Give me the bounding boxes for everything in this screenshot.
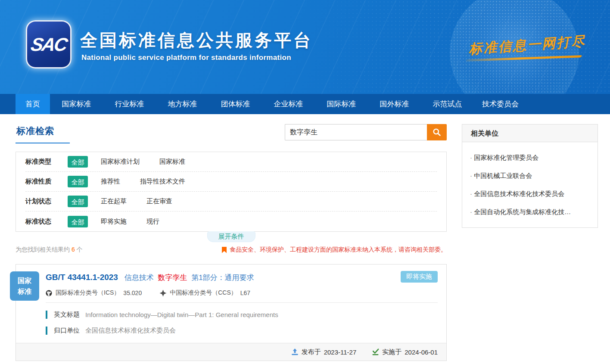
filter-all-button[interactable]: 全部 (68, 196, 88, 207)
results-notice: 食品安全、环境保护、工程建设方面的国家标准未纳入本系统，请咨询相关部委。 (222, 246, 447, 254)
filter-label: 标准类型 (25, 158, 63, 166)
filter-row-standard-status: 标准状态 全部 即将实施 现行 (25, 212, 437, 231)
expand-conditions-button[interactable]: 展开条件 (207, 231, 255, 242)
filter-option[interactable]: 正在起草 (101, 197, 127, 205)
sac-logo[interactable]: SAC (26, 20, 72, 68)
site-title: 全国标准信息公共服务平台 (80, 28, 313, 52)
committee-label: 归口单位 (54, 327, 80, 335)
filter-row-standard-nature: 标准性质 全部 推荐性 指导性技术文件 (25, 172, 437, 192)
site-header: SAC 全国标准信息公共服务平台 National public service… (0, 0, 610, 94)
globe-icon (46, 290, 52, 296)
title-part1: 信息技术 (124, 274, 154, 282)
filter-all-button[interactable]: 全部 (68, 156, 88, 168)
results-summary-suffix: 个 (77, 246, 83, 253)
check-icon (372, 348, 379, 355)
filter-row-plan-status: 计划状态 全部 正在起草 正在审查 (25, 192, 437, 212)
published-date: 2023-11-27 (324, 348, 357, 356)
related-units-list: 国家标准化管理委员会 中国机械工业联合会 全国信息技术标准化技术委员会 全国自动… (462, 142, 598, 227)
status-badge: 即将实施 (401, 271, 438, 283)
english-title-row: 英文标题 Information technology—Digital twin… (46, 311, 438, 319)
search-row: 标准检索 (16, 124, 447, 143)
results-count: 6 (72, 246, 75, 253)
ics-value: 35.020 (123, 289, 142, 296)
teal-bar (46, 311, 47, 319)
related-unit-link[interactable]: 中国机械工业联合会 (470, 171, 590, 180)
published-date-item: 发布于 2023-11-27 (291, 348, 357, 356)
related-unit-link[interactable]: 国家标准化管理委员会 (470, 153, 590, 162)
nav-tab-pilot-demo[interactable]: 示范试点 (421, 94, 474, 114)
results-summary: 为您找到相关结果约6个 (16, 246, 83, 254)
filter-all-button[interactable]: 全部 (68, 216, 88, 227)
implemented-date-item: 实施于 2024-06-01 (372, 348, 438, 356)
bookmark-icon (222, 247, 227, 253)
results-summary-prefix: 为您找到相关结果约 (16, 246, 70, 253)
filter-all-button[interactable]: 全部 (68, 176, 88, 187)
result-card-footer: 发布于 2023-11-27 实施于 2024-06-01 (16, 343, 446, 361)
published-label: 发布于 (302, 348, 321, 356)
search-box (285, 124, 447, 140)
implemented-date: 2024-06-01 (405, 348, 438, 356)
related-units-panel: 相关单位 国家标准化管理委员会 中国机械工业联合会 全国信息技术标准化技术委员会… (462, 124, 598, 228)
nav-tab-national-standards[interactable]: 国家标准 (50, 94, 103, 114)
classification-row: 国际标准分类号（ICS） 35.020 中国标准分 (46, 289, 438, 297)
main-column: 标准检索 标准类型 (16, 124, 447, 361)
filter-label: 标准状态 (25, 218, 63, 226)
filter-label: 标准性质 (25, 177, 63, 186)
page: SAC 全国标准信息公共服务平台 National public service… (0, 0, 610, 364)
filter-option[interactable]: 即将实施 (101, 218, 127, 226)
ccs-value: L67 (240, 289, 250, 296)
compass-icon (160, 290, 166, 296)
search-icon (433, 128, 441, 137)
filter-option[interactable]: 指导性技术文件 (140, 177, 185, 186)
english-title-value: Information technology—Digital twin—Part… (85, 311, 278, 318)
committee-value: 全国信息技术标准化技术委员会 (85, 327, 176, 335)
nav-tab-enterprise-standards[interactable]: 企业标准 (262, 94, 315, 114)
sidebar: 相关单位 国家标准化管理委员会 中国机械工业联合会 全国信息技术标准化技术委员会… (462, 124, 598, 361)
result-card: 国家 标准 GB/T 43441.1-2023 信息技术 数字孪生 第1部分：通… (16, 264, 447, 361)
filter-option[interactable]: 国家标准计划 (101, 158, 140, 166)
results-info: 为您找到相关结果约6个 食品安全、环境保护、工程建设方面的国家标准未纳入本系统，… (16, 246, 447, 254)
related-unit-link[interactable]: 全国自动化系统与集成标准化技… (470, 208, 590, 216)
tab-standard-search[interactable]: 标准检索 (16, 124, 70, 143)
section-title: 标准检索 (16, 125, 70, 137)
nav-tab-industry-standards[interactable]: 行业标准 (103, 94, 156, 114)
card-divider (46, 302, 438, 303)
content-area: 标准检索 标准类型 (0, 114, 610, 361)
filter-option[interactable]: 国家标准 (159, 158, 185, 166)
ics-label: 国际标准分类号（ICS） (56, 289, 120, 297)
title-highlight: 数字孪生 (158, 274, 187, 282)
nav-tab-group-standards[interactable]: 团体标准 (209, 94, 262, 114)
standard-code: GB/T 43441.1-2023 (46, 273, 118, 282)
search-button[interactable] (427, 124, 447, 140)
nav-tab-international-standards[interactable]: 国际标准 (315, 94, 368, 114)
related-units-title: 相关单位 (462, 124, 598, 142)
main-nav: 首页 国家标准 行业标准 地方标准 团体标准 企业标准 国际标准 国外标准 示范… (0, 94, 610, 114)
title-part2: 第1部分：通用要求 (191, 274, 254, 282)
committee-row: 归口单位 全国信息技术标准化技术委员会 (46, 327, 438, 335)
filter-panel: 标准类型 全部 国家标准计划 国家标准 标准性质 全部 推荐性 指导性技术文件 … (16, 152, 447, 232)
teal-bar (46, 327, 47, 335)
filter-option[interactable]: 正在审查 (146, 197, 172, 205)
filter-option[interactable]: 现行 (146, 218, 159, 226)
search-input[interactable] (285, 124, 427, 140)
result-card-body: GB/T 43441.1-2023 信息技术 数字孪生 第1部分：通用要求 即将… (16, 264, 446, 335)
upload-icon (291, 348, 299, 355)
sac-logo-text: SAC (29, 34, 68, 55)
nav-tab-foreign-standards[interactable]: 国外标准 (368, 94, 421, 114)
ccs-label: 中国标准分类号（CCS） (170, 289, 237, 297)
nav-tab-local-standards[interactable]: 地方标准 (156, 94, 209, 114)
results-notice-text: 食品安全、环境保护、工程建设方面的国家标准未纳入本系统，请咨询相关部委。 (230, 246, 447, 254)
related-unit-link[interactable]: 全国信息技术标准化技术委员会 (470, 190, 590, 198)
ccs-group: 中国标准分类号（CCS） L67 (160, 289, 250, 297)
english-title-label: 英文标题 (54, 311, 80, 319)
implemented-label: 实施于 (382, 348, 401, 356)
site-subtitle: National public service platform for sta… (81, 53, 291, 62)
filter-label: 计划状态 (25, 197, 63, 205)
nav-tab-home[interactable]: 首页 (16, 94, 50, 114)
nav-tab-technical-committees[interactable]: 技术委员会 (474, 94, 527, 114)
ics-group: 国际标准分类号（ICS） 35.020 (46, 289, 142, 297)
filter-option[interactable]: 推荐性 (101, 177, 120, 186)
filter-row-standard-type: 标准类型 全部 国家标准计划 国家标准 (25, 152, 437, 172)
result-title-link[interactable]: GB/T 43441.1-2023 信息技术 数字孪生 第1部分：通用要求 (46, 272, 438, 283)
